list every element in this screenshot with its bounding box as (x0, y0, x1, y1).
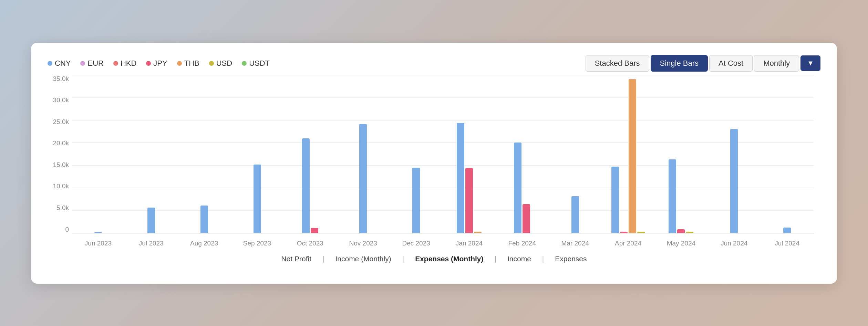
footer-separator: | (322, 255, 324, 263)
legend-item-eur: EUR (80, 59, 103, 68)
x-label: Sep 2023 (231, 240, 284, 247)
month-group (390, 168, 443, 233)
bar-group (496, 143, 549, 233)
footer-item-income-monthly-[interactable]: Income (Monthly) (335, 255, 391, 263)
footer-separator: | (542, 255, 544, 263)
month-group (443, 123, 496, 233)
bar-group (337, 124, 390, 233)
legend-item-usd: USD (209, 59, 232, 68)
toolbar-btn-single-bars[interactable]: Single Bars (651, 55, 708, 72)
legend-dot (209, 61, 214, 66)
x-label: Jun 2024 (707, 240, 761, 247)
x-label: Feb 2024 (496, 240, 549, 247)
x-label: Apr 2024 (602, 240, 655, 247)
month-group (654, 159, 707, 233)
bar (147, 208, 155, 233)
legend-label: THB (184, 59, 199, 68)
footer-item-net-profit[interactable]: Net Profit (281, 255, 311, 263)
legend-dot (177, 61, 182, 66)
month-group (283, 138, 337, 233)
bars-container (72, 75, 814, 233)
x-axis-line (72, 233, 814, 233)
y-label: 15.0k (48, 161, 69, 169)
legend-label: HKD (121, 59, 136, 68)
bar (730, 129, 738, 233)
y-label: 0 (48, 226, 69, 233)
month-group (549, 196, 602, 233)
bar-group (231, 165, 284, 233)
month-group (496, 143, 549, 233)
header-row: CNYEURHKDJPYTHBUSDUSDT Stacked BarsSingl… (48, 55, 820, 72)
x-label: Jul 2023 (125, 240, 178, 247)
bar (514, 143, 521, 233)
legend-label: USDT (249, 59, 270, 68)
bar-group (443, 123, 496, 233)
legend-dot (80, 61, 85, 66)
month-group (602, 79, 655, 233)
bar-group (707, 129, 761, 233)
footer-item-expenses-monthly-[interactable]: Expenses (Monthly) (415, 255, 483, 263)
bar-group (125, 208, 178, 233)
month-group (761, 228, 814, 233)
y-label: 20.0k (48, 139, 69, 147)
legend-label: USD (216, 59, 232, 68)
dropdown-button[interactable]: ▼ (800, 55, 820, 71)
bar (412, 168, 420, 233)
y-axis: 05.0k10.0k15.0k20.0k25.0k30.0k35.0k (48, 75, 69, 233)
bar-group (654, 159, 707, 233)
x-label: Oct 2023 (283, 240, 337, 247)
bar (523, 204, 530, 233)
footer-separator: | (495, 255, 496, 263)
x-label: Dec 2023 (390, 240, 443, 247)
bar-group (602, 79, 655, 233)
x-label: Aug 2023 (178, 240, 231, 247)
legend-item-thb: THB (177, 59, 199, 68)
bar (457, 123, 464, 233)
currency-legend: CNYEURHKDJPYTHBUSDUSDT (48, 59, 270, 68)
y-label: 25.0k (48, 118, 69, 126)
footer-item-expenses[interactable]: Expenses (555, 255, 587, 263)
legend-dot (113, 61, 118, 66)
y-label: 35.0k (48, 75, 69, 83)
footer-legend: Net Profit|Income (Monthly)|Expenses (Mo… (48, 255, 820, 263)
bar-group (761, 228, 814, 233)
bar-group (549, 196, 602, 233)
legend-label: JPY (153, 59, 167, 68)
legend-dot (146, 61, 151, 66)
bar (571, 196, 579, 233)
legend-dot (242, 61, 247, 66)
bar-group (178, 206, 231, 233)
y-label: 30.0k (48, 96, 69, 104)
bar (359, 124, 367, 233)
x-label: Jun 2023 (72, 240, 125, 247)
x-labels: Jun 2023Jul 2023Aug 2023Sep 2023Oct 2023… (72, 240, 814, 247)
chart-card: CNYEURHKDJPYTHBUSDUSDT Stacked BarsSingl… (31, 43, 837, 284)
bar (254, 165, 261, 233)
legend-item-usdt: USDT (242, 59, 270, 68)
bar (200, 206, 208, 233)
y-label: 5.0k (48, 204, 69, 212)
bar (669, 159, 676, 233)
chart-area: 05.0k10.0k15.0k20.0k25.0k30.0k35.0k Jun … (72, 75, 814, 247)
bar-group (390, 168, 443, 233)
bar (629, 79, 636, 233)
footer-separator: | (402, 255, 404, 263)
footer-item-income[interactable]: Income (507, 255, 531, 263)
month-group (125, 208, 178, 233)
x-label: Mar 2024 (549, 240, 602, 247)
toolbar-btn-stacked-bars[interactable]: Stacked Bars (586, 55, 649, 72)
month-group (231, 165, 284, 233)
bar (311, 228, 318, 233)
month-group (178, 206, 231, 233)
month-group (337, 124, 390, 233)
legend-item-jpy: JPY (146, 59, 167, 68)
bar (783, 228, 791, 233)
x-label: Jan 2024 (443, 240, 496, 247)
y-label: 10.0k (48, 182, 69, 190)
month-group (707, 129, 761, 233)
toolbar-btn-at-cost[interactable]: At Cost (709, 55, 753, 72)
toolbar-btn-monthly[interactable]: Monthly (754, 55, 799, 72)
x-label: May 2024 (654, 240, 707, 247)
legend-label: EUR (87, 59, 103, 68)
x-label: Jul 2024 (761, 240, 814, 247)
